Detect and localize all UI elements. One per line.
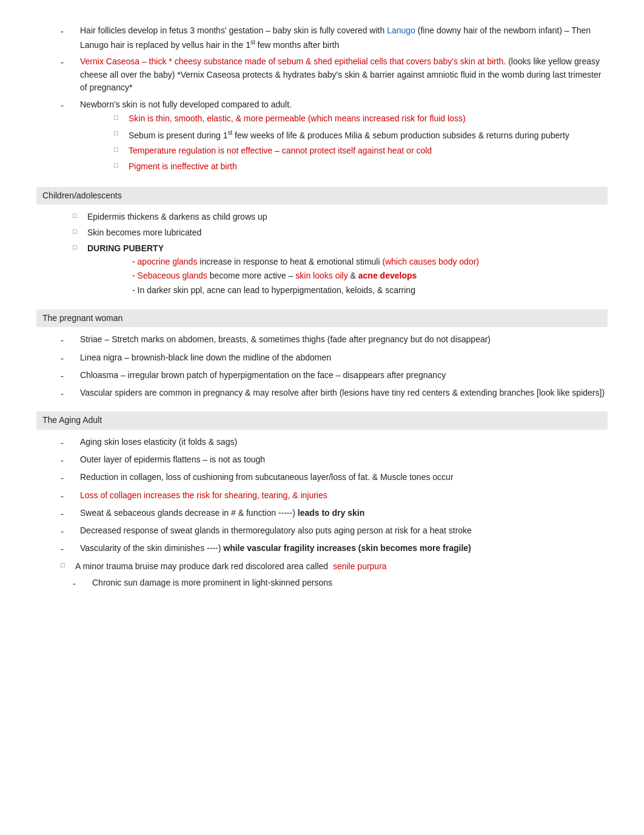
bullet-dash: -: [73, 576, 90, 590]
bullet-text: Decreased response of sweat glands in th…: [80, 524, 608, 538]
bullet-dash: -: [61, 489, 78, 503]
list-item: □ DURING PUBERTY - apocrine glands incre…: [36, 242, 608, 299]
dash: -: [132, 285, 138, 295]
puberty-item: - Sebaceous glands become more active – …: [84, 269, 479, 283]
list-item: - Hair follicles develop in fetus 3 mont…: [36, 24, 608, 52]
section-header-children: Children/adolescents: [36, 187, 608, 205]
sub-text: Skin becomes more lubricated: [87, 226, 608, 240]
senile-purpura-item: □ A minor trauma bruise may produce dark…: [36, 560, 608, 573]
list-item: - Decreased response of sweat glands in …: [36, 524, 608, 538]
sub-list-item: □ Skin is thin, smooth, elastic, & more …: [78, 112, 569, 126]
vascular-fragility-text: while vascular fragility increases (skin…: [223, 543, 471, 553]
square-bullet: □: [114, 112, 125, 123]
bullet-dash: -: [61, 436, 78, 450]
chronic-sun-item: - Chronic sun damage is more prominent i…: [36, 576, 608, 590]
dry-skin-text: leads to dry skin: [298, 508, 364, 518]
square-bullet: □: [61, 560, 72, 570]
oily-text: skin looks oily: [295, 271, 347, 280]
bullet-dash: -: [61, 24, 78, 38]
bullet-text: Striae – Stretch marks on abdomen, breas…: [80, 333, 608, 347]
body-odor-text: (which causes body odor): [382, 257, 479, 266]
list-item: - Reduction in collagen, loss of cushion…: [36, 471, 608, 485]
puberty-item: - In darker skin ppl, acne can lead to h…: [84, 284, 479, 297]
acne-text: acne develops: [358, 271, 417, 280]
bullet-dash: -: [61, 524, 78, 538]
bullet-dash: -: [61, 507, 78, 521]
intro-bullet-list: - Hair follicles develop in fetus 3 mont…: [36, 24, 608, 176]
list-item: - Newborn's skin is not fully developed …: [36, 98, 608, 176]
bullet-text: Vascularity of the skin diminishes ----)…: [80, 542, 608, 555]
square-bullet: □: [114, 128, 125, 138]
bullet-text: Aging skin loses elasticity (it folds & …: [80, 436, 608, 449]
square-bullet: □: [73, 226, 84, 237]
square-bullet: □: [73, 211, 84, 221]
dash: -: [132, 271, 138, 280]
bullet-dash: -: [61, 387, 78, 401]
bullet-dash: -: [61, 55, 78, 69]
list-item: - Vascularity of the skin diminishes ---…: [36, 542, 608, 556]
bullet-dash: -: [61, 471, 78, 485]
square-bullet: □: [73, 242, 84, 252]
list-item: - Sweat & sebaceous glands decrease in #…: [36, 507, 608, 521]
sub-text: Skin is thin, smooth, elastic, & more pe…: [129, 112, 569, 126]
sub-text: DURING PUBERTY: [87, 242, 164, 255]
sub-text: A minor trauma bruise may produce dark r…: [75, 560, 608, 573]
sub-text: Epidermis thickens & darkens as child gr…: [87, 211, 608, 224]
bullet-dash: -: [61, 351, 78, 365]
bullet-text: Linea nigra – brownish-black line down t…: [80, 351, 608, 365]
list-item: - Loss of collagen increases the risk fo…: [36, 489, 608, 503]
aging-bullet-list: - Aging skin loses elasticity (it folds …: [36, 436, 608, 556]
bullet-text: Sweat & sebaceous glands decrease in # &…: [80, 507, 608, 520]
bullet-text: Vernix Caseosa – thick * cheesy substanc…: [80, 55, 608, 95]
bullet-text: Newborn's skin is not fully developed co…: [80, 98, 292, 112]
bullet-text: Vascular spiders are common in pregnancy…: [80, 387, 608, 400]
sebaceous-label: Sebaceous glands: [138, 271, 207, 280]
dash: -: [132, 257, 138, 266]
bullet-text: Reduction in collagen, loss of cushionin…: [80, 471, 608, 484]
bullet-text: Chronic sun damage is more prominent in …: [92, 576, 608, 590]
section-header-pregnant: The pregnant woman: [36, 309, 608, 328]
section-header-aging: The Aging Adult: [36, 411, 608, 430]
list-item: □ Skin becomes more lubricated: [36, 226, 608, 240]
sub-text: Pigment is ineffective at birth: [129, 160, 569, 174]
square-bullet: □: [114, 144, 125, 155]
list-item: - Vernix Caseosa – thick * cheesy substa…: [36, 55, 608, 95]
sub-text: Sebum is present during 1st few weeks of…: [129, 128, 569, 142]
bullet-text: Chloasma – irregular brown patch of hype…: [80, 369, 608, 382]
list-item: - Outer layer of epidermis flattens – is…: [36, 453, 608, 467]
list-item: - Striae – Stretch marks on abdomen, bre…: [36, 333, 608, 347]
bullet-dash: -: [61, 542, 78, 556]
apocrine-label: apocrine glands: [138, 257, 198, 266]
sub-list-item: □ Pigment is ineffective at birth: [78, 160, 569, 174]
lanugo-link: Lanugo: [387, 25, 415, 35]
bullet-dash: -: [61, 453, 78, 467]
pregnant-bullet-list: - Striae – Stretch marks on abdomen, bre…: [36, 333, 608, 401]
bullet-dash: -: [61, 98, 78, 112]
square-bullet: □: [114, 160, 125, 171]
list-item: - Vascular spiders are common in pregnan…: [36, 387, 608, 401]
bullet-dash: -: [61, 369, 78, 383]
bullet-dash: -: [61, 333, 78, 347]
sub-list-item: □ Sebum is present during 1st few weeks …: [78, 128, 569, 142]
list-item: □ Epidermis thickens & darkens as child …: [36, 211, 608, 224]
senile-purpura-label: senile purpura: [333, 561, 387, 571]
bullet-text: Loss of collagen increases the risk for …: [80, 489, 608, 502]
puberty-item: - apocrine glands increase in response t…: [84, 255, 479, 269]
list-item: - Chloasma – irregular brown patch of hy…: [36, 369, 608, 383]
sub-text: Temperature regulation is not effective …: [129, 144, 569, 158]
list-item: - Linea nigra – brownish-black line down…: [36, 351, 608, 365]
bullet-text: Hair follicles develop in fetus 3 months…: [80, 24, 608, 52]
bullet-text: Outer layer of epidermis flattens – is n…: [80, 453, 608, 467]
vernix-label: Vernix Caseosa – thick * cheesy substanc…: [80, 56, 506, 66]
sub-list-item: □ Temperature regulation is not effectiv…: [78, 144, 569, 158]
list-item: - Aging skin loses elasticity (it folds …: [36, 436, 608, 450]
children-bullet-list: □ Epidermis thickens & darkens as child …: [36, 211, 608, 298]
